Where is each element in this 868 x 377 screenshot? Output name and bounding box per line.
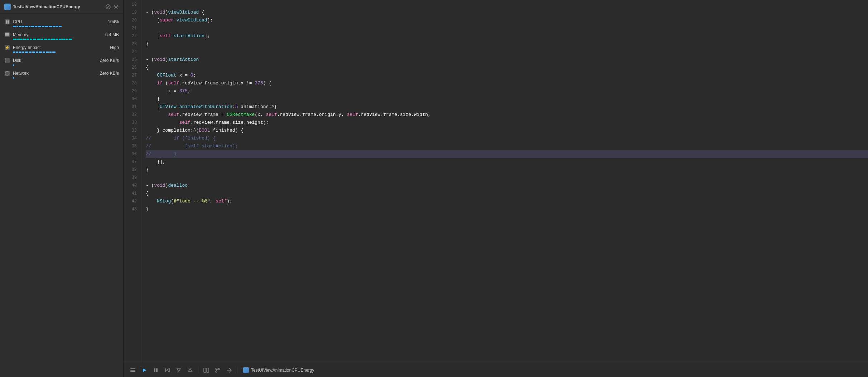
cpu-icon bbox=[4, 19, 10, 25]
cpu-bar-container bbox=[13, 25, 119, 28]
code-line-25: - (void)startAction bbox=[146, 56, 868, 64]
energy-metric[interactable]: ⚡ Energy Impact High bbox=[0, 43, 123, 55]
cpu-bar bbox=[13, 26, 62, 27]
svg-rect-2 bbox=[130, 368, 135, 369]
code-panel: 18 19 20 21 22 23 24 25 26 27 28 29 30 3… bbox=[124, 0, 868, 377]
network-bar-container bbox=[13, 77, 119, 79]
code-lines[interactable]: - (void)viewDidLoad { [super viewDidLoad… bbox=[141, 0, 868, 363]
disk-metric[interactable]: Disk Zero KB/s bbox=[0, 55, 123, 68]
network-label: Network bbox=[13, 71, 29, 76]
code-line-32: self.redView.frame = CGRectMake(x, self.… bbox=[146, 111, 868, 119]
svg-point-17 bbox=[216, 371, 217, 372]
code-line-33b: } completion:^(BOOL finished) { bbox=[146, 127, 868, 134]
code-line-27: CGFloat x = 0; bbox=[146, 72, 868, 79]
code-line-21 bbox=[146, 24, 868, 32]
code-line-43: } bbox=[146, 205, 868, 213]
code-line-36: // } bbox=[146, 150, 868, 158]
memory-icon bbox=[4, 32, 10, 38]
svg-rect-5 bbox=[154, 368, 155, 372]
svg-marker-9 bbox=[177, 369, 180, 371]
disk-value: Zero KB/s bbox=[100, 58, 119, 63]
disk-icon bbox=[4, 58, 10, 63]
code-line-37: }]; bbox=[146, 158, 868, 166]
code-line-34: // if (finished) { bbox=[146, 134, 868, 142]
network-metric[interactable]: Network Zero KB/s bbox=[0, 68, 123, 81]
code-content: 18 19 20 21 22 23 24 25 26 27 28 29 30 3… bbox=[124, 0, 868, 363]
code-line-39 bbox=[146, 174, 868, 182]
code-line-42: NSLog(@"todo -- %@", self); bbox=[146, 197, 868, 205]
network-value: Zero KB/s bbox=[100, 71, 119, 76]
header-icons bbox=[105, 4, 119, 10]
memory-bar-container bbox=[13, 38, 119, 40]
disk-label: Disk bbox=[13, 58, 21, 63]
code-line-18 bbox=[146, 1, 868, 9]
code-line-19: - (void)viewDidLoad { bbox=[146, 9, 868, 16]
check-circle-icon[interactable] bbox=[105, 4, 111, 10]
code-line-40: - (void)dealloc bbox=[146, 182, 868, 190]
svg-rect-14 bbox=[207, 368, 209, 372]
bottom-toolbar: TestUIViewAnimationCPUEnergy bbox=[124, 363, 868, 377]
cpu-value: 104% bbox=[108, 19, 119, 24]
code-area: 18 19 20 21 22 23 24 25 26 27 28 29 30 3… bbox=[124, 0, 868, 363]
play-button[interactable] bbox=[139, 365, 149, 375]
code-line-26: { bbox=[146, 64, 868, 72]
svg-rect-3 bbox=[130, 370, 135, 371]
disk-bar bbox=[13, 64, 14, 66]
pause-button[interactable] bbox=[151, 365, 161, 375]
energy-value: High bbox=[110, 45, 119, 50]
disk-bar-container bbox=[13, 64, 119, 66]
energy-icon: ⚡ bbox=[4, 45, 10, 50]
memory-label: Memory bbox=[13, 32, 28, 37]
memory-metric[interactable]: Memory 6.4 MB bbox=[0, 30, 123, 43]
app-title: TestUIViewAnimationCPUEnergy bbox=[13, 4, 103, 9]
code-line-28: if (self.redView.frame.origin.x != 375) … bbox=[146, 79, 868, 87]
code-line-33a: self.redView.frame.size.height); bbox=[146, 119, 868, 127]
memory-bar bbox=[13, 39, 72, 40]
split-view-button[interactable] bbox=[201, 365, 211, 375]
step-back-button[interactable] bbox=[162, 365, 172, 375]
code-line-30: } bbox=[146, 95, 868, 103]
cpu-metric[interactable]: CPU 104% bbox=[0, 17, 123, 30]
svg-rect-4 bbox=[130, 371, 135, 372]
app-icon bbox=[4, 4, 11, 10]
metrics-list: CPU 104% bbox=[0, 14, 123, 377]
settings-icon[interactable] bbox=[113, 4, 119, 10]
code-line-24 bbox=[146, 48, 868, 56]
code-line-38: } bbox=[146, 166, 868, 174]
line-numbers: 18 19 20 21 22 23 24 25 26 27 28 29 30 3… bbox=[124, 0, 141, 363]
code-line-29: x = 375; bbox=[146, 87, 868, 95]
code-line-20: [super viewDidLoad]; bbox=[146, 16, 868, 24]
energy-label: Energy Impact bbox=[13, 45, 40, 50]
metrics-panel: TestUIViewAnimationCPUEnergy bbox=[0, 0, 124, 377]
toolbar-sep-1 bbox=[198, 367, 198, 374]
code-line-22: [self startAction]; bbox=[146, 32, 868, 40]
step-down-button[interactable] bbox=[174, 365, 184, 375]
memory-value: 6.4 MB bbox=[105, 32, 119, 37]
step-up-button[interactable] bbox=[185, 365, 195, 375]
list-toggle-button[interactable] bbox=[128, 365, 138, 375]
location-button[interactable] bbox=[224, 365, 234, 375]
svg-rect-6 bbox=[156, 368, 158, 372]
panel-header: TestUIViewAnimationCPUEnergy bbox=[0, 0, 123, 14]
toolbar-sep-2 bbox=[237, 367, 237, 374]
energy-bar bbox=[13, 52, 56, 53]
energy-bar-container bbox=[13, 51, 119, 53]
svg-marker-7 bbox=[167, 368, 169, 372]
svg-marker-11 bbox=[188, 369, 192, 371]
cpu-label: CPU bbox=[13, 19, 22, 24]
branch-button[interactable] bbox=[213, 365, 223, 375]
code-line-41: { bbox=[146, 190, 868, 197]
code-line-35: // [self startAction]; bbox=[146, 142, 868, 150]
toolbar-app-info: TestUIViewAnimationCPUEnergy bbox=[243, 367, 314, 373]
code-line-31: [UIView animateWithDuration:5 animations… bbox=[146, 103, 868, 111]
svg-rect-13 bbox=[204, 368, 206, 372]
network-bar bbox=[13, 77, 14, 79]
network-icon bbox=[4, 70, 10, 76]
code-line-23: } bbox=[146, 40, 868, 48]
svg-point-1 bbox=[115, 6, 117, 8]
toolbar-app-icon bbox=[243, 367, 249, 373]
toolbar-app-name: TestUIViewAnimationCPUEnergy bbox=[251, 368, 314, 373]
